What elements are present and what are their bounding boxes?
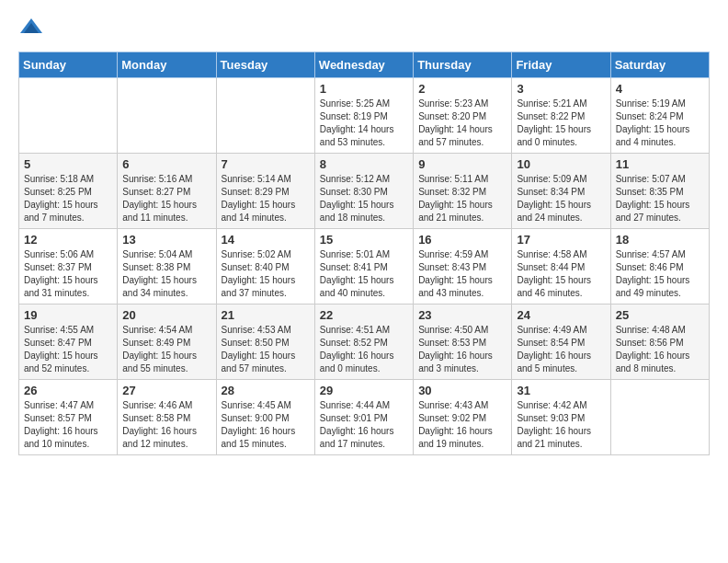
week-row-2: 5Sunrise: 5:18 AM Sunset: 8:25 PM Daylig… <box>19 154 710 229</box>
day-cell: 26Sunrise: 4:47 AM Sunset: 8:57 PM Dayli… <box>19 380 118 455</box>
day-info: Sunrise: 4:53 AM Sunset: 8:50 PM Dayligh… <box>222 324 310 375</box>
calendar-header: SundayMondayTuesdayWednesdayThursdayFrid… <box>19 52 710 78</box>
day-info: Sunrise: 5:11 AM Sunset: 8:32 PM Dayligh… <box>418 173 506 224</box>
day-number: 31 <box>517 384 605 397</box>
day-info: Sunrise: 5:23 AM Sunset: 8:20 PM Dayligh… <box>418 98 506 149</box>
day-cell: 5Sunrise: 5:18 AM Sunset: 8:25 PM Daylig… <box>19 154 118 229</box>
day-number: 24 <box>517 308 605 322</box>
calendar-table: SundayMondayTuesdayWednesdayThursdayFrid… <box>18 52 710 455</box>
day-cell: 21Sunrise: 4:53 AM Sunset: 8:50 PM Dayli… <box>216 304 314 380</box>
day-number: 26 <box>24 384 112 397</box>
day-cell: 2Sunrise: 5:23 AM Sunset: 8:20 PM Daylig… <box>414 78 512 154</box>
day-info: Sunrise: 5:21 AM Sunset: 8:22 PM Dayligh… <box>517 98 605 149</box>
day-number: 30 <box>418 384 506 397</box>
logo-icon <box>18 15 44 40</box>
day-cell: 27Sunrise: 4:46 AM Sunset: 8:58 PM Dayli… <box>118 380 216 455</box>
day-number: 6 <box>122 157 210 171</box>
day-number: 23 <box>418 308 506 322</box>
day-cell: 30Sunrise: 4:43 AM Sunset: 9:02 PM Dayli… <box>414 380 512 455</box>
day-info: Sunrise: 5:02 AM Sunset: 8:40 PM Dayligh… <box>222 248 310 300</box>
day-info: Sunrise: 5:16 AM Sunset: 8:27 PM Dayligh… <box>122 173 210 224</box>
day-cell: 15Sunrise: 5:01 AM Sunset: 8:41 PM Dayli… <box>314 229 413 304</box>
day-info: Sunrise: 4:54 AM Sunset: 8:49 PM Dayligh… <box>122 324 210 375</box>
day-number: 15 <box>320 233 408 247</box>
day-cell: 7Sunrise: 5:14 AM Sunset: 8:29 PM Daylig… <box>216 154 314 229</box>
day-number: 27 <box>122 384 210 397</box>
day-info: Sunrise: 4:44 AM Sunset: 9:01 PM Dayligh… <box>320 399 408 451</box>
header-cell-saturday: Saturday <box>610 52 709 78</box>
day-cell: 25Sunrise: 4:48 AM Sunset: 8:56 PM Dayli… <box>610 304 709 380</box>
day-info: Sunrise: 4:43 AM Sunset: 9:02 PM Dayligh… <box>418 399 506 451</box>
day-number: 28 <box>222 384 310 397</box>
calendar-body: 1Sunrise: 5:25 AM Sunset: 8:19 PM Daylig… <box>19 78 710 455</box>
day-info: Sunrise: 4:49 AM Sunset: 8:54 PM Dayligh… <box>517 324 605 375</box>
day-info: Sunrise: 4:42 AM Sunset: 9:03 PM Dayligh… <box>517 399 605 451</box>
day-info: Sunrise: 4:47 AM Sunset: 8:57 PM Dayligh… <box>24 399 112 451</box>
day-cell: 28Sunrise: 4:45 AM Sunset: 9:00 PM Dayli… <box>216 380 314 455</box>
day-info: Sunrise: 5:14 AM Sunset: 8:29 PM Dayligh… <box>222 173 310 224</box>
day-cell: 31Sunrise: 4:42 AM Sunset: 9:03 PM Dayli… <box>512 380 610 455</box>
day-cell: 16Sunrise: 4:59 AM Sunset: 8:43 PM Dayli… <box>414 229 512 304</box>
week-row-5: 26Sunrise: 4:47 AM Sunset: 8:57 PM Dayli… <box>19 380 710 455</box>
day-number: 2 <box>418 82 506 96</box>
day-cell <box>19 78 118 154</box>
day-cell: 3Sunrise: 5:21 AM Sunset: 8:22 PM Daylig… <box>512 78 610 154</box>
day-info: Sunrise: 5:01 AM Sunset: 8:41 PM Dayligh… <box>320 248 408 300</box>
day-number: 10 <box>517 157 605 171</box>
day-number: 8 <box>320 157 408 171</box>
day-cell: 22Sunrise: 4:51 AM Sunset: 8:52 PM Dayli… <box>314 304 413 380</box>
day-cell: 20Sunrise: 4:54 AM Sunset: 8:49 PM Dayli… <box>118 304 216 380</box>
day-number: 16 <box>418 233 506 247</box>
day-info: Sunrise: 4:46 AM Sunset: 8:58 PM Dayligh… <box>122 399 210 451</box>
day-number: 21 <box>222 308 310 322</box>
week-row-1: 1Sunrise: 5:25 AM Sunset: 8:19 PM Daylig… <box>19 78 710 154</box>
day-info: Sunrise: 4:59 AM Sunset: 8:43 PM Dayligh… <box>418 248 506 300</box>
day-cell: 6Sunrise: 5:16 AM Sunset: 8:27 PM Daylig… <box>118 154 216 229</box>
header-cell-sunday: Sunday <box>19 52 118 78</box>
day-number: 11 <box>616 157 704 171</box>
header-cell-monday: Monday <box>118 52 216 78</box>
day-info: Sunrise: 4:57 AM Sunset: 8:46 PM Dayligh… <box>616 248 704 300</box>
day-info: Sunrise: 4:51 AM Sunset: 8:52 PM Dayligh… <box>320 324 408 375</box>
day-number: 17 <box>517 233 605 247</box>
day-number: 22 <box>320 308 408 322</box>
day-number: 4 <box>616 82 704 96</box>
header-cell-tuesday: Tuesday <box>216 52 314 78</box>
day-info: Sunrise: 5:18 AM Sunset: 8:25 PM Dayligh… <box>24 173 112 224</box>
day-info: Sunrise: 5:06 AM Sunset: 8:37 PM Dayligh… <box>24 248 112 300</box>
day-info: Sunrise: 5:12 AM Sunset: 8:30 PM Dayligh… <box>320 173 408 224</box>
day-number: 25 <box>616 308 704 322</box>
header-cell-wednesday: Wednesday <box>314 52 413 78</box>
day-info: Sunrise: 4:50 AM Sunset: 8:53 PM Dayligh… <box>418 324 506 375</box>
day-cell: 14Sunrise: 5:02 AM Sunset: 8:40 PM Dayli… <box>216 229 314 304</box>
day-info: Sunrise: 5:09 AM Sunset: 8:34 PM Dayligh… <box>517 173 605 224</box>
day-number: 9 <box>418 157 506 171</box>
day-cell: 13Sunrise: 5:04 AM Sunset: 8:38 PM Dayli… <box>118 229 216 304</box>
day-cell: 10Sunrise: 5:09 AM Sunset: 8:34 PM Dayli… <box>512 154 610 229</box>
logo <box>18 15 48 40</box>
day-number: 29 <box>320 384 408 397</box>
week-row-4: 19Sunrise: 4:55 AM Sunset: 8:47 PM Dayli… <box>19 304 710 380</box>
day-number: 14 <box>222 233 310 247</box>
day-number: 20 <box>122 308 210 322</box>
day-number: 1 <box>320 82 408 96</box>
day-cell: 12Sunrise: 5:06 AM Sunset: 8:37 PM Dayli… <box>19 229 118 304</box>
day-info: Sunrise: 4:48 AM Sunset: 8:56 PM Dayligh… <box>616 324 704 375</box>
day-cell: 29Sunrise: 4:44 AM Sunset: 9:01 PM Dayli… <box>314 380 413 455</box>
day-info: Sunrise: 5:25 AM Sunset: 8:19 PM Dayligh… <box>320 98 408 149</box>
week-row-3: 12Sunrise: 5:06 AM Sunset: 8:37 PM Dayli… <box>19 229 710 304</box>
day-cell: 4Sunrise: 5:19 AM Sunset: 8:24 PM Daylig… <box>610 78 709 154</box>
day-cell: 11Sunrise: 5:07 AM Sunset: 8:35 PM Dayli… <box>610 154 709 229</box>
day-cell: 8Sunrise: 5:12 AM Sunset: 8:30 PM Daylig… <box>314 154 413 229</box>
day-cell <box>118 78 216 154</box>
header-cell-friday: Friday <box>512 52 610 78</box>
day-number: 13 <box>122 233 210 247</box>
day-cell: 24Sunrise: 4:49 AM Sunset: 8:54 PM Dayli… <box>512 304 610 380</box>
day-info: Sunrise: 5:19 AM Sunset: 8:24 PM Dayligh… <box>616 98 704 149</box>
day-number: 12 <box>24 233 112 247</box>
day-cell: 23Sunrise: 4:50 AM Sunset: 8:53 PM Dayli… <box>414 304 512 380</box>
day-cell: 9Sunrise: 5:11 AM Sunset: 8:32 PM Daylig… <box>414 154 512 229</box>
day-cell: 17Sunrise: 4:58 AM Sunset: 8:44 PM Dayli… <box>512 229 610 304</box>
day-info: Sunrise: 4:58 AM Sunset: 8:44 PM Dayligh… <box>517 248 605 300</box>
day-info: Sunrise: 5:04 AM Sunset: 8:38 PM Dayligh… <box>122 248 210 300</box>
